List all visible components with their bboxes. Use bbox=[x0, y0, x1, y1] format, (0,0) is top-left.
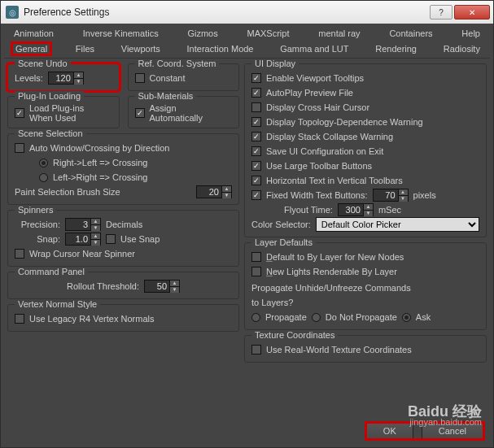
ui-checkbox-2[interactable] bbox=[251, 102, 261, 112]
ui-label: Display Cross Hair Cursor bbox=[266, 102, 369, 112]
client-area: Animation Inverse Kinematics Gizmos MAXS… bbox=[1, 24, 493, 447]
levels-spinner[interactable]: ▲▼ bbox=[48, 72, 84, 85]
tab-maxscript[interactable]: MAXScript bbox=[245, 28, 291, 39]
group-ui-display: UI Display Enable Viewport TooltipsAutoP… bbox=[244, 63, 487, 237]
ui-checkbox-0[interactable] bbox=[251, 73, 261, 83]
group-vertex-normal: Vertex Normal Style Use Legacy R4 Vertex… bbox=[7, 304, 239, 332]
assign-auto-checkbox[interactable] bbox=[135, 108, 145, 118]
levels-input[interactable] bbox=[49, 72, 73, 84]
radio-propagate[interactable] bbox=[251, 313, 260, 322]
help-button[interactable]: ? bbox=[430, 5, 452, 20]
ui-checkbox-5[interactable] bbox=[251, 146, 261, 156]
fixed-width-checkbox[interactable] bbox=[251, 190, 261, 200]
brush-spinner[interactable]: ▲▼ bbox=[196, 185, 232, 198]
auto-window-checkbox[interactable] bbox=[15, 143, 24, 153]
levels-label: Levels: bbox=[15, 73, 43, 83]
ui-checkbox-7[interactable] bbox=[251, 176, 261, 185]
fixed-width-spinner[interactable]: ▲▼ bbox=[373, 189, 409, 202]
group-spinners: Spinners Precision: ▲▼ Decimals Snap: ▲▼ bbox=[7, 210, 239, 267]
tab-ik[interactable]: Inverse Kinematics bbox=[81, 28, 160, 39]
load-plugins-checkbox[interactable] bbox=[15, 108, 24, 118]
radio-ask[interactable] bbox=[402, 313, 411, 322]
tab-gizmos[interactable]: Gizmos bbox=[186, 28, 219, 39]
ui-label: Save UI Configuration on Exit bbox=[266, 146, 383, 156]
ui-checkbox-6[interactable] bbox=[251, 161, 261, 171]
ui-label: Use Large Toolbar Buttons bbox=[266, 161, 372, 171]
snap-spinner[interactable]: ▲▼ bbox=[65, 233, 101, 246]
use-realworld-checkbox[interactable] bbox=[251, 345, 261, 354]
spin-up-icon: ▲ bbox=[73, 72, 83, 79]
ui-label: Display Topology-Dependence Warning bbox=[266, 117, 423, 127]
group-scene-selection: Scene Selection Auto Window/Crossing by … bbox=[7, 133, 239, 205]
window: ◎ Preference Settings ? ✕ Animation Inve… bbox=[0, 0, 494, 448]
ui-label: Horizontal Text in Vertical Toolbars bbox=[266, 176, 403, 185]
default-bylayer-checkbox[interactable] bbox=[251, 252, 261, 262]
tab-radiosity[interactable]: Radiosity bbox=[442, 43, 482, 54]
tab-mentalray[interactable]: mental ray bbox=[317, 28, 361, 39]
tab-general[interactable]: General bbox=[12, 43, 50, 54]
tab-files[interactable]: Files bbox=[74, 43, 96, 54]
group-plugin-loading: Plug-In Loading Load Plug-ins When Used bbox=[7, 96, 120, 128]
tab-viewports[interactable]: Viewports bbox=[120, 43, 162, 54]
titlebar: ◎ Preference Settings ? ✕ bbox=[1, 1, 493, 24]
brush-input[interactable] bbox=[197, 186, 221, 198]
ui-label: AutoPlay Preview File bbox=[266, 88, 353, 98]
tabs-row-bottom: General Files Viewports Interaction Mode… bbox=[4, 41, 490, 59]
tab-containers[interactable]: Containers bbox=[387, 28, 434, 39]
tabs-row-top: Animation Inverse Kinematics Gizmos MAXS… bbox=[4, 25, 490, 41]
window-title: Preference Settings bbox=[24, 7, 425, 18]
ui-checkbox-4[interactable] bbox=[251, 132, 261, 141]
cancel-button[interactable]: Cancel bbox=[422, 423, 483, 439]
group-texture-coordinates: Texture Coordinates Use Real-World Textu… bbox=[244, 335, 487, 363]
tab-gamma[interactable]: Gamma and LUT bbox=[278, 43, 350, 54]
rollout-spinner[interactable]: ▲▼ bbox=[144, 280, 180, 293]
radio-left-right[interactable] bbox=[39, 173, 48, 182]
ui-label: Display Stack Collapse Warning bbox=[266, 132, 393, 141]
wrap-cursor-checkbox[interactable] bbox=[15, 249, 24, 259]
close-button[interactable]: ✕ bbox=[454, 5, 490, 20]
group-sub-materials: Sub-Materials Assign Automatically bbox=[128, 96, 240, 128]
group-ref-coord: Ref. Coord. System Constant bbox=[128, 63, 240, 91]
use-snap-checkbox[interactable] bbox=[106, 234, 116, 244]
legacy-normals-checkbox[interactable] bbox=[15, 314, 24, 324]
new-lights-checkbox[interactable] bbox=[251, 267, 261, 276]
tab-help[interactable]: Help bbox=[460, 28, 482, 39]
group-command-panel: Command Panel Rollout Threshold: ▲▼ bbox=[7, 272, 239, 299]
group-scene-undo: Scene Undo Levels: ▲▼ bbox=[7, 63, 120, 91]
ok-button[interactable]: OK bbox=[366, 423, 413, 439]
footer-buttons: OK Cancel bbox=[366, 423, 483, 439]
group-layer-defaults: Layer Defaults Default to By Layer for N… bbox=[244, 242, 487, 330]
ui-checkbox-3[interactable] bbox=[251, 117, 261, 127]
tab-rendering[interactable]: Rendering bbox=[374, 43, 418, 54]
color-selector-dropdown[interactable]: Default Color Picker bbox=[316, 217, 479, 232]
constant-checkbox[interactable] bbox=[135, 73, 145, 83]
spin-down-icon: ▼ bbox=[73, 79, 83, 85]
tab-animation[interactable]: Animation bbox=[12, 28, 55, 39]
ui-checkbox-1[interactable] bbox=[251, 88, 261, 98]
precision-spinner[interactable]: ▲▼ bbox=[65, 218, 101, 231]
flyout-spinner[interactable]: ▲▼ bbox=[338, 203, 374, 216]
radio-donot[interactable] bbox=[312, 313, 321, 322]
ui-label: Enable Viewport Tooltips bbox=[266, 73, 364, 83]
tab-interaction[interactable]: Interaction Mode bbox=[186, 43, 256, 54]
radio-right-left[interactable] bbox=[39, 159, 48, 167]
app-icon: ◎ bbox=[6, 6, 19, 19]
